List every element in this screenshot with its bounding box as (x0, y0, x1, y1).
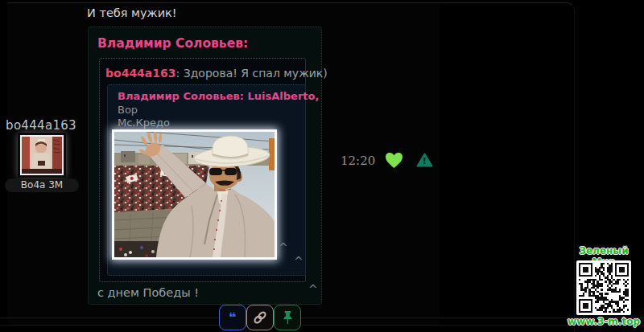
permalink-button[interactable] (246, 305, 274, 330)
user-rank-badge: Во4а 3М (5, 178, 79, 192)
quote-button[interactable]: ❝ (219, 305, 246, 330)
link-icon (252, 309, 268, 326)
report-warning-icon[interactable]: ! (416, 153, 433, 167)
like-heart-icon[interactable] (385, 152, 403, 169)
svg-text:!: ! (423, 156, 427, 166)
collapse-caret-inner-quote[interactable]: ^ (294, 256, 303, 266)
avatar-photo (22, 137, 62, 174)
pin-button[interactable] (274, 305, 301, 330)
divider-line (0, 318, 644, 318)
quote-icon: ❝ (229, 314, 236, 322)
inner-quote-line3: Мс.Кредо (118, 117, 170, 129)
qr-url: www.3-m.top (566, 316, 642, 327)
collapse-caret-outer-quote[interactable]: ^ (308, 285, 318, 294)
inner-quote-header[interactable]: Владимир Соловьев: LuisAlberto, (118, 90, 319, 102)
avatar[interactable] (20, 135, 64, 175)
pin-icon (282, 310, 294, 326)
forum-post-screen: bo444a163 Во4а 3М И тебя мужик! Владимир… (0, 0, 644, 332)
collapse-caret-photo[interactable]: ^ (279, 243, 288, 252)
quote-author[interactable]: Владимир Соловьев: (97, 36, 248, 51)
inner-quote-line2: Вор (118, 104, 138, 116)
post-footer-text: с днем Победы ! (97, 286, 199, 299)
sidebar-username[interactable]: bo444a163 (0, 118, 82, 133)
photo-illustration (114, 132, 275, 257)
reply-author[interactable]: bo444a163 (105, 67, 176, 80)
quoted-photo[interactable] (112, 129, 277, 260)
divider-line-2 (0, 325, 644, 326)
post-message-text: И тебя мужик! (87, 6, 177, 19)
timestamp: 12:20 (341, 154, 375, 168)
qr-code (576, 260, 631, 315)
reply-text: : Здорова! Я спал мужик) (176, 67, 328, 80)
reply-line: bo444a163: Здорова! Я спал мужик) (105, 67, 328, 80)
